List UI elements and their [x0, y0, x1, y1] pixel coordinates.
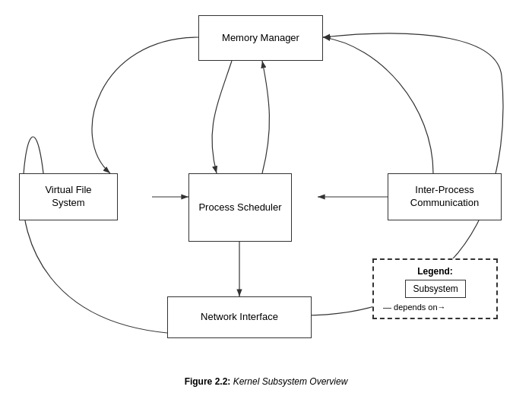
caption-italic: Kernel Subsystem Overview [230, 376, 347, 387]
memory-manager-label: Memory Manager [222, 32, 299, 45]
figure-caption: Figure 2.2: Kernel Subsystem Overview [185, 376, 348, 387]
memory-manager-box: Memory Manager [198, 15, 323, 61]
legend-arrow-label: — depends on→ [383, 303, 446, 312]
caption-bold: Figure 2.2: [185, 376, 231, 387]
inter-process-box: Inter-ProcessCommunication [388, 173, 502, 220]
diagram: Memory Manager Virtual FileSystem Proces… [0, 0, 532, 396]
virtual-file-system-box: Virtual FileSystem [19, 173, 118, 220]
legend-arrow: — depends on→ [383, 303, 487, 312]
inter-process-label: Inter-ProcessCommunication [410, 184, 479, 210]
legend-subsystem: Subsystem [405, 280, 466, 298]
network-interface-label: Network Interface [201, 311, 278, 324]
legend-title: Legend: [383, 266, 487, 277]
network-interface-box: Network Interface [167, 296, 312, 338]
process-scheduler-label: Process Scheduler [198, 201, 281, 214]
virtual-file-system-label: Virtual FileSystem [45, 184, 91, 210]
legend-box: Legend: Subsystem — depends on→ [372, 258, 498, 319]
process-scheduler-box: Process Scheduler [188, 173, 292, 242]
